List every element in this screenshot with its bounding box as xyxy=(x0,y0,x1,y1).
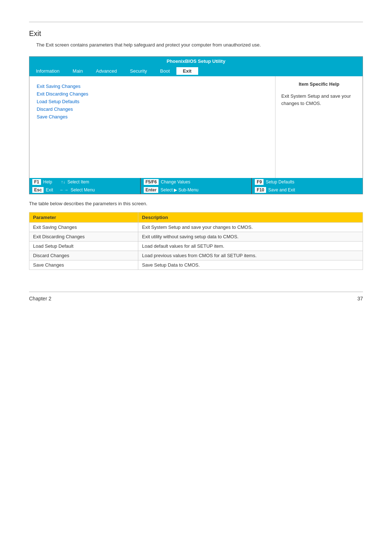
desc-cell: Load default values for all SETUP item. xyxy=(138,242,363,251)
bios-nav: Information Main Advanced Security Boot … xyxy=(29,66,363,76)
menu-exit-saving-changes[interactable]: Exit Saving Changes xyxy=(37,84,268,89)
nav-exit[interactable]: Exit xyxy=(176,67,198,75)
table-row: Load Setup DefaultLoad default values fo… xyxy=(29,242,363,251)
table-row: Exit Saving ChangesExit System Setup and… xyxy=(29,223,363,232)
menu-load-setup-defaults[interactable]: Load Setup Defaults xyxy=(37,99,268,104)
footer-enter: Enter Select ▶ Sub-Menu xyxy=(141,186,252,194)
nav-security[interactable]: Security xyxy=(123,67,154,75)
nav-information[interactable]: Information xyxy=(29,67,66,75)
page-number: 37 xyxy=(357,296,363,301)
menu-exit-discarding-changes[interactable]: Exit Discarding Changes xyxy=(37,91,268,97)
menu-save-changes[interactable]: Save Changes xyxy=(37,114,268,119)
key-lr: ←→ xyxy=(60,187,68,193)
param-cell: Exit Discarding Changes xyxy=(29,232,138,242)
key-esc: Esc xyxy=(32,187,44,193)
table-row: Discard ChangesLoad previous values from… xyxy=(29,251,363,260)
bios-content: Exit Saving Changes Exit Discarding Chan… xyxy=(29,76,363,178)
params-table: Parameter Description Exit Saving Change… xyxy=(29,212,363,270)
top-divider xyxy=(29,22,363,22)
help-text: Exit System Setup and save your changes … xyxy=(281,93,357,107)
bios-box: PhoenixBIOS Setup Utility Information Ma… xyxy=(29,56,363,194)
help-title: Item Specific Help xyxy=(281,81,357,87)
key-f1: F1 xyxy=(32,179,41,185)
param-cell: Load Setup Default xyxy=(29,242,138,251)
nav-boot[interactable]: Boot xyxy=(154,67,176,75)
label-exit: Exit xyxy=(46,187,53,193)
footer-f1: F1 Help ↑↓ Select Item xyxy=(29,178,140,186)
label-setup-defaults: Setup Defaults xyxy=(266,179,294,185)
label-select-submenu: Select ▶ Sub-Menu xyxy=(160,187,198,193)
footer-esc: Esc Exit ←→ Select Menu xyxy=(29,186,140,194)
label-select-item: Select Item xyxy=(68,179,89,185)
label-select-menu: Select Menu xyxy=(70,187,95,193)
desc-cell: Exit utility without saving setup data t… xyxy=(138,232,363,242)
key-f5f6: F5/F6 xyxy=(144,179,159,185)
key-enter: Enter xyxy=(144,187,159,193)
footer-f9: F9 Setup Defaults xyxy=(252,178,363,186)
label-help: Help xyxy=(43,179,52,185)
page-title: Exit xyxy=(29,29,363,38)
nav-main[interactable]: Main xyxy=(66,67,89,75)
page-footer: Chapter 2 37 xyxy=(29,292,363,301)
bios-footer-row2: Esc Exit ←→ Select Menu Enter Select ▶ S… xyxy=(29,186,363,194)
key-updown: ↑↓ xyxy=(61,179,65,185)
key-f9: F9 xyxy=(255,179,264,185)
label-change-values: Change Values xyxy=(161,179,190,185)
desc-cell: Load previous values from CMOS for all S… xyxy=(138,251,363,260)
param-cell: Save Changes xyxy=(29,260,138,270)
intro-text: The Exit screen contains parameters that… xyxy=(29,42,363,48)
footer-f10: F10 Save and Exit xyxy=(252,186,363,194)
table-row: Save ChangesSave Setup Data to CMOS. xyxy=(29,260,363,270)
section-description: The table below describes the parameters… xyxy=(29,201,363,206)
chapter-label: Chapter 2 xyxy=(29,296,51,301)
param-cell: Discard Changes xyxy=(29,251,138,260)
key-f10: F10 xyxy=(255,187,266,193)
desc-cell: Save Setup Data to CMOS. xyxy=(138,260,363,270)
col-header-desc: Description xyxy=(138,212,363,223)
menu-discard-changes[interactable]: Discard Changes xyxy=(37,106,268,112)
bios-title-bar: PhoenixBIOS Setup Utility xyxy=(29,57,363,66)
footer-f5f6: F5/F6 Change Values xyxy=(141,178,252,186)
bios-help-panel: Item Specific Help Exit System Setup and… xyxy=(275,76,363,178)
nav-advanced[interactable]: Advanced xyxy=(89,67,123,75)
label-save-exit: Save and Exit xyxy=(268,187,295,193)
param-cell: Exit Saving Changes xyxy=(29,223,138,232)
col-header-param: Parameter xyxy=(29,212,138,223)
table-row: Exit Discarding ChangesExit utility with… xyxy=(29,232,363,242)
bios-footer: F1 Help ↑↓ Select Item F5/F6 Change Valu… xyxy=(29,178,363,186)
bios-menu-left: Exit Saving Changes Exit Discarding Chan… xyxy=(29,76,275,178)
desc-cell: Exit System Setup and save your changes … xyxy=(138,223,363,232)
